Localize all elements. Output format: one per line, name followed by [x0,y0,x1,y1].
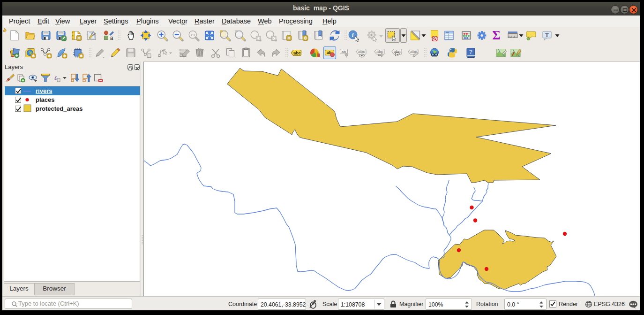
svg-text:abc: abc [293,51,301,55]
svg-text:abc: abc [376,49,383,54]
svg-text:1:1: 1:1 [190,33,195,37]
svg-text:abc: abc [358,49,365,54]
svg-text:abc: abc [394,49,401,54]
svg-text:T: T [545,32,549,38]
svg-text:ab: ab [342,50,346,54]
svg-text:Σ: Σ [492,28,501,42]
svg-text:i: i [352,31,354,38]
svg-text:?: ? [469,49,472,55]
svg-text:a: a [110,35,113,41]
svg-text:ε: ε [54,74,57,81]
